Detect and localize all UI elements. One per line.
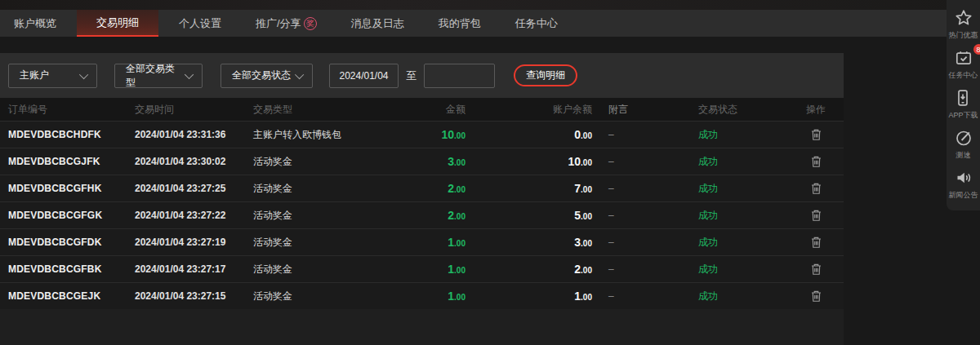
order-number: MDEVDBCBCHDFK	[8, 129, 135, 140]
transaction-status-select[interactable]: 全部交易状态	[220, 64, 313, 88]
order-number: MDEVDBCBCGFGK	[8, 210, 135, 221]
delete-button[interactable]	[808, 234, 824, 250]
account-balance: 3.00	[466, 236, 592, 249]
transaction-type: 活动奖金	[253, 290, 408, 303]
account-navbar: 账户概览 交易明细 个人设置 推广/分享 奖 消息及日志 我的背包 任务中心	[0, 10, 980, 37]
sidebar-item-label: 新闻公告	[949, 190, 978, 201]
delete-button[interactable]	[808, 126, 824, 143]
table-row: MDEVDBCBCGJFK 2024/01/04 23:30:02 活动奖金 3…	[0, 148, 844, 175]
order-number: MDEVDBCBCGFHK	[8, 183, 135, 194]
sidebar-item-news[interactable]: 新闻公告	[949, 168, 978, 201]
date-from-input[interactable]	[329, 64, 399, 88]
account-balance: 1.00	[466, 290, 592, 303]
amount: 1.00	[408, 290, 466, 303]
sidebar-item-speed-test[interactable]: 测速	[954, 128, 973, 161]
transaction-type: 活动奖金	[253, 236, 408, 250]
status-badge: 成功	[698, 290, 796, 303]
header-balance: 账户余额	[466, 103, 592, 117]
header-time: 交易时间	[135, 103, 253, 117]
notification-badge: 8	[973, 44, 980, 55]
speed-test-icon	[954, 128, 973, 148]
amount: 1.00	[408, 236, 466, 249]
trash-icon	[810, 182, 822, 195]
memo: –	[592, 129, 698, 140]
memo: –	[592, 210, 698, 221]
delete-button[interactable]	[808, 180, 824, 197]
tab-task-center[interactable]: 任务中心	[501, 10, 572, 37]
chevron-down-icon	[79, 69, 88, 78]
filter-bar: 主账户 全部交易类型 全部交易状态 至 查询明细	[0, 53, 844, 98]
transaction-details-page: 账户概览 交易明细 个人设置 推广/分享 奖 消息及日志 我的背包 任务中心 主…	[0, 0, 980, 345]
amount: 1.00	[408, 263, 466, 276]
account-balance: 2.00	[466, 263, 592, 276]
transaction-time: 2024/01/04 23:27:22	[135, 210, 253, 221]
transaction-time: 2024/01/04 23:27:15	[135, 290, 253, 302]
sidebar-item-hot-offers[interactable]: 热门优惠	[949, 8, 978, 41]
transaction-type-select[interactable]: 全部交易类型	[114, 64, 203, 88]
trash-icon	[810, 290, 822, 303]
memo: –	[592, 156, 698, 167]
status-badge: 成功	[698, 236, 796, 250]
header-type: 交易类型	[253, 103, 408, 117]
delete-button[interactable]	[808, 288, 824, 304]
app-download-icon	[953, 88, 973, 108]
trash-icon	[810, 263, 822, 276]
account-balance: 0.00	[466, 128, 592, 141]
table-row: MDEVDBCBCGEJK 2024/01/04 23:27:15 活动奖金 1…	[0, 282, 844, 309]
header-order-no: 订单编号	[8, 103, 135, 117]
amount: 10.00	[408, 128, 466, 141]
transaction-type: 活动奖金	[253, 155, 408, 169]
status-badge: 成功	[698, 209, 796, 223]
transaction-time: 2024/01/04 23:30:02	[135, 156, 253, 167]
trash-icon	[810, 155, 822, 168]
transaction-time: 2024/01/04 23:31:36	[135, 129, 253, 140]
header-action: 操作	[796, 103, 835, 117]
sidebar-item-app-download[interactable]: APP下载	[948, 88, 978, 121]
tab-my-backpack[interactable]: 我的背包	[425, 10, 495, 37]
table-header-row: 订单编号 交易时间 交易类型 金额 账户余额 附言 交易状态 操作	[0, 98, 844, 121]
query-details-button[interactable]: 查询明细	[514, 64, 577, 86]
amount: 2.00	[408, 209, 466, 222]
tab-promotion-share[interactable]: 推广/分享 奖	[242, 10, 331, 37]
order-number: MDEVDBCBCGJFK	[8, 156, 135, 167]
trash-icon	[810, 128, 822, 141]
order-number: MDEVDBCBCGFDK	[8, 237, 135, 248]
tab-personal-settings[interactable]: 个人设置	[165, 10, 235, 37]
account-balance: 10.00	[466, 155, 592, 168]
amount: 3.00	[408, 155, 466, 168]
chevron-down-icon	[295, 69, 304, 78]
task-center-icon	[954, 48, 973, 68]
status-badge: 成功	[698, 182, 796, 196]
sidebar-item-label: 测速	[956, 150, 971, 161]
tab-messages-logs[interactable]: 消息及日志	[337, 10, 418, 37]
sidebar-item-task-center[interactable]: 8 任务中心	[949, 48, 978, 81]
transaction-type: 活动奖金	[253, 263, 408, 276]
chevron-down-icon	[185, 70, 194, 79]
header-amount: 金额	[408, 103, 466, 117]
sidebar-item-label: 任务中心	[949, 70, 978, 81]
transaction-time: 2024/01/04 23:27:19	[135, 237, 253, 248]
memo: –	[592, 263, 698, 275]
transaction-type: 活动奖金	[253, 182, 408, 196]
transactions-table: 订单编号 交易时间 交易类型 金额 账户余额 附言 交易状态 操作 MDEVDB…	[0, 98, 844, 309]
tab-account-overview[interactable]: 账户概览	[0, 10, 70, 37]
account-select[interactable]: 主账户	[8, 64, 97, 88]
order-number: MDEVDBCBCGFBK	[8, 263, 135, 275]
announcement-icon	[954, 168, 973, 188]
amount: 2.00	[408, 182, 466, 195]
status-badge: 成功	[698, 128, 796, 142]
table-row: MDEVDBCBCGFBK 2024/01/04 23:27:17 活动奖金 1…	[0, 255, 844, 282]
delete-button[interactable]	[808, 261, 824, 277]
panel-footer-area	[0, 309, 844, 345]
transaction-time: 2024/01/04 23:27:25	[135, 183, 253, 194]
table-row: MDEVDBCBCGFDK 2024/01/04 23:27:19 活动奖金 1…	[0, 228, 844, 255]
reward-badge: 奖	[304, 17, 317, 30]
top-background-strip	[0, 0, 980, 10]
delete-button[interactable]	[808, 153, 824, 170]
delete-button[interactable]	[808, 207, 824, 223]
memo: –	[592, 290, 698, 302]
table-row: MDEVDBCBCGFHK 2024/01/04 23:27:25 活动奖金 2…	[0, 175, 844, 201]
sidebar-item-label: APP下载	[948, 110, 978, 121]
date-to-input[interactable]	[424, 64, 495, 88]
tab-transaction-details[interactable]: 交易明细	[77, 10, 158, 37]
